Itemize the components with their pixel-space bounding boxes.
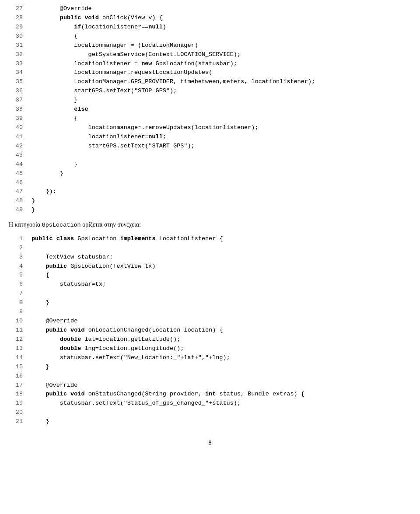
code-line: 32 getSystemService(Context.LOCATION_SER… xyxy=(9,50,411,59)
code-line: 43 xyxy=(9,151,411,160)
code-line: 11 public void onLocationChanged(Locatio… xyxy=(9,326,411,335)
code-line: 2 xyxy=(9,244,411,253)
code-line: 45 } xyxy=(9,169,411,178)
code-line: 39 { xyxy=(9,114,411,123)
code-line: 9 xyxy=(9,308,411,317)
code-line: 27 @Override xyxy=(9,4,411,14)
code-line: 13 double lng=location.getLongitude(); xyxy=(9,344,411,353)
code-line: 33 locationlistener = new GpsLocation(st… xyxy=(9,59,411,69)
separator-suffix: ορίζεται στην συνέχεια: xyxy=(81,221,141,228)
separator-prefix: Η κατηγορία xyxy=(9,221,42,228)
code-line: 1 public class GpsLocation implements Lo… xyxy=(9,234,411,244)
separator-code: GpsLocation xyxy=(42,222,81,228)
code-line: 44 } xyxy=(9,160,411,169)
code-line: 48 } xyxy=(9,196,411,206)
code-line: 31 locationmanager = (LocationManager) xyxy=(9,41,411,50)
code-line: 36 startGPS.setText("STOP_GPS"); xyxy=(9,87,411,96)
code-line: 21 } xyxy=(9,417,411,427)
code-line: 42 startGPS.setText("START_GPS"); xyxy=(9,142,411,151)
code-line: 34 locationmanager.requestLocationUpdate… xyxy=(9,68,411,77)
page-number: 8 xyxy=(0,440,420,447)
code-line: 29 if(locationlistener==null) xyxy=(9,23,411,32)
code-line: 30 { xyxy=(9,32,411,41)
code-line: 12 double lat=location.getLatitude(); xyxy=(9,335,411,344)
code-section-1: 27 @Override 28 public void onClick(View… xyxy=(0,4,420,215)
separator-text: Η κατηγορία GpsLocation ορίζεται στην συ… xyxy=(9,220,411,230)
code-line: 49 } xyxy=(9,206,411,215)
code-line: 4 public GpsLocation(TextView tx) xyxy=(9,262,411,271)
code-line: 18 public void onStatusChanged(String pr… xyxy=(9,390,411,399)
code-line: 5 { xyxy=(9,271,411,280)
code-line: 7 xyxy=(9,289,411,298)
code-line: 28 public void onClick(View v) { xyxy=(9,14,411,23)
code-line: 40 locationmanager.removeUpdates(locatio… xyxy=(9,123,411,133)
code-line: 3 TextView statusbar; xyxy=(9,253,411,262)
code-line: 6 statusbar=tx; xyxy=(9,280,411,289)
code-line: 46 xyxy=(9,178,411,188)
code-line: 14 statusbar.setText("New_Location:_"+la… xyxy=(9,353,411,363)
code-line: 47 }); xyxy=(9,187,411,196)
code-line: 16 xyxy=(9,372,411,381)
code-line: 41 locationlistener=null; xyxy=(9,133,411,142)
code-line: 10 @Override xyxy=(9,317,411,326)
code-section-2: 1 public class GpsLocation implements Lo… xyxy=(0,234,420,427)
code-line: 37 } xyxy=(9,96,411,105)
code-line: 17 @Override xyxy=(9,381,411,390)
code-line: 38 else xyxy=(9,105,411,114)
code-line: 8 } xyxy=(9,298,411,308)
code-line: 35 LocationManager.GPS_PROVIDER, timebet… xyxy=(9,77,411,87)
code-line: 19 statusbar.setText("Status_of_gps_chan… xyxy=(9,399,411,408)
code-line: 20 xyxy=(9,408,411,417)
code-line: 15 } xyxy=(9,363,411,372)
